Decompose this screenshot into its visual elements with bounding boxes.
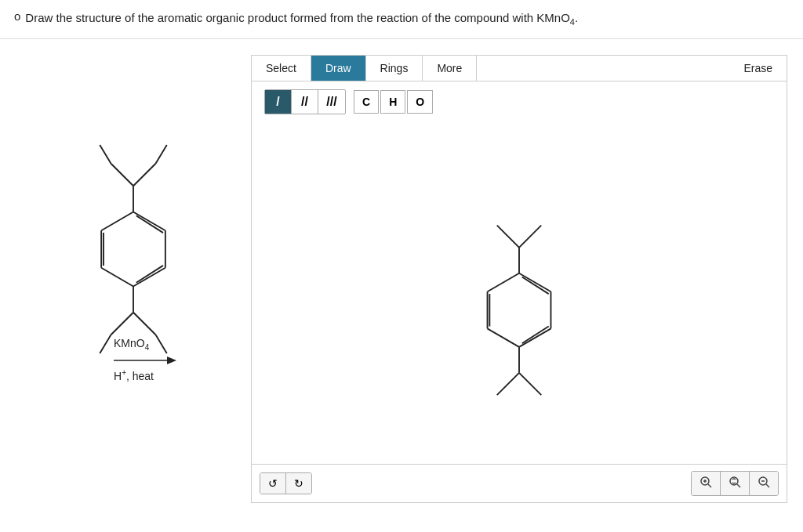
svg-line-31 (497, 225, 519, 247)
svg-line-16 (133, 312, 156, 335)
hydrogen-atom-button[interactable]: H (380, 90, 405, 114)
conditions-text: H+, heat (114, 368, 154, 383)
triple-bond-button[interactable]: /// (318, 90, 345, 114)
zoom-in-button[interactable] (692, 472, 721, 495)
canvas-area[interactable] (252, 127, 787, 464)
bond-tools: / // /// (264, 89, 346, 114)
svg-line-11 (133, 163, 156, 186)
svg-line-2 (133, 267, 165, 286)
svg-line-8 (136, 265, 163, 282)
reagent-text: KMnO4 (114, 337, 149, 352)
svg-line-17 (100, 335, 111, 353)
reactant-section: KMnO4 H+, heat (24, 55, 243, 503)
svg-line-43 (766, 484, 769, 487)
svg-line-34 (497, 372, 519, 394)
svg-line-21 (519, 273, 550, 291)
erase-button[interactable]: Erase (729, 56, 787, 81)
question-text: Draw the structure of the aromatic organ… (25, 9, 578, 29)
more-button[interactable]: More (423, 56, 477, 81)
svg-line-0 (133, 212, 165, 230)
zoom-controls (691, 471, 779, 496)
svg-line-29 (522, 326, 549, 343)
question-bullet: o (14, 9, 20, 23)
svg-line-12 (100, 145, 111, 164)
select-button[interactable]: Select (252, 56, 311, 81)
svg-line-3 (101, 267, 133, 286)
reaction-arrow (114, 353, 176, 368)
svg-line-5 (101, 212, 133, 230)
svg-line-15 (111, 312, 134, 335)
svg-line-32 (519, 225, 541, 247)
single-bond-button[interactable]: / (265, 90, 292, 114)
zoom-reset-button[interactable] (721, 472, 750, 495)
double-bond-button[interactable]: // (292, 90, 318, 114)
zoom-out-button[interactable] (750, 472, 778, 495)
svg-line-27 (522, 277, 549, 294)
main-content: KMnO4 H+, heat Select Draw Rings More Er… (0, 39, 803, 503)
reagent-label: KMnO4 (114, 337, 149, 352)
carbon-atom-button[interactable]: C (354, 90, 379, 114)
redo-button[interactable]: ↻ (286, 473, 311, 494)
product-molecule-svg (441, 170, 598, 421)
svg-line-37 (708, 484, 711, 487)
svg-line-24 (488, 328, 519, 347)
draw-button[interactable]: Draw (311, 56, 366, 81)
draw-panel: Select Draw Rings More Erase / // /// C … (251, 55, 787, 503)
svg-line-6 (136, 215, 163, 233)
svg-line-13 (156, 145, 167, 164)
reactant-molecule-svg (55, 71, 212, 368)
undo-redo-controls: ↺ ↻ (260, 472, 312, 494)
question-bar: o Draw the structure of the aromatic org… (0, 0, 803, 39)
rings-button[interactable]: Rings (366, 56, 423, 81)
svg-line-10 (111, 163, 134, 186)
svg-line-26 (488, 273, 519, 291)
bottom-controls: ↺ ↻ (252, 464, 787, 502)
undo-button[interactable]: ↺ (260, 473, 286, 494)
svg-line-23 (519, 328, 550, 347)
second-toolbar: / // /// C H O (252, 81, 787, 127)
svg-line-41 (737, 484, 740, 487)
svg-marker-20 (167, 356, 176, 364)
toolbar: Select Draw Rings More Erase (252, 56, 787, 81)
svg-line-35 (519, 372, 541, 394)
oxygen-atom-button[interactable]: O (407, 90, 433, 114)
